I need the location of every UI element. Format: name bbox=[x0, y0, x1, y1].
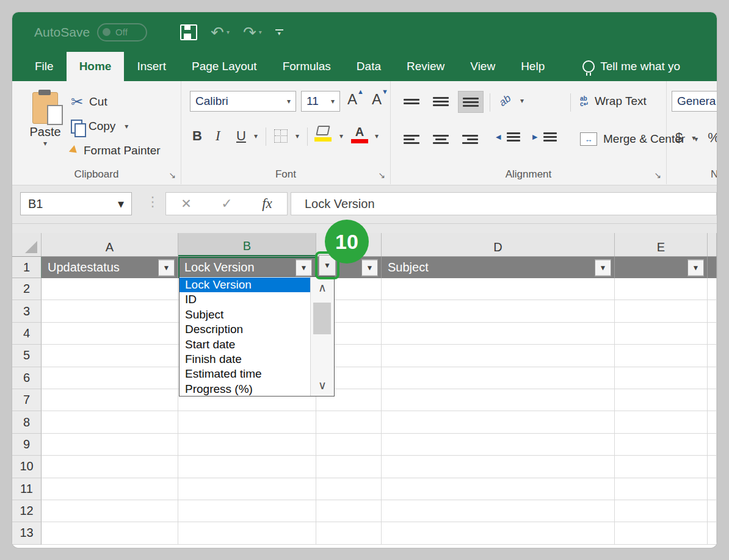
copy-dropdown-icon[interactable]: ▾ bbox=[125, 122, 128, 131]
tell-me-search[interactable]: Tell me what yo bbox=[570, 52, 693, 81]
cell[interactable] bbox=[42, 411, 178, 433]
filter-a1-icon[interactable]: ▼ bbox=[158, 259, 175, 276]
cell[interactable] bbox=[42, 323, 178, 345]
borders-dropdown-icon[interactable]: ▾ bbox=[296, 125, 299, 147]
currency-button[interactable]: $ ▾ % bbox=[675, 130, 717, 146]
top-align-button[interactable] bbox=[399, 91, 424, 112]
clipboard-dialog-launcher-icon[interactable]: ↘ bbox=[169, 170, 176, 180]
fill-color-button[interactable] bbox=[314, 123, 332, 145]
row-header-7[interactable]: 7 bbox=[12, 389, 42, 411]
cell[interactable] bbox=[615, 478, 708, 500]
cell[interactable] bbox=[316, 411, 382, 433]
scroll-thumb[interactable] bbox=[313, 303, 331, 334]
cell[interactable] bbox=[316, 522, 382, 544]
cell-b1-selected[interactable]: Lock Version ▼ bbox=[178, 257, 316, 278]
cell[interactable] bbox=[42, 500, 178, 522]
save-icon[interactable] bbox=[180, 24, 197, 40]
row-header-5[interactable]: 5 bbox=[12, 345, 42, 367]
row-header-12[interactable]: 12 bbox=[12, 500, 42, 522]
row-header-3[interactable]: 3 bbox=[12, 300, 42, 322]
redo-dropdown-icon[interactable]: ▾ bbox=[259, 29, 262, 35]
paste-dropdown-icon[interactable]: ▾ bbox=[23, 139, 67, 148]
cut-button[interactable]: ✂ Cut bbox=[71, 90, 161, 114]
row-header-1[interactable]: 1 bbox=[12, 257, 42, 278]
cell[interactable] bbox=[178, 411, 316, 433]
cell[interactable] bbox=[42, 478, 178, 500]
cell[interactable] bbox=[615, 278, 708, 300]
cell[interactable] bbox=[42, 389, 178, 411]
select-all-button[interactable] bbox=[12, 233, 42, 256]
dropdown-item-start-date[interactable]: Start date bbox=[180, 337, 310, 352]
align-left-button[interactable] bbox=[399, 129, 424, 149]
cell[interactable] bbox=[615, 300, 708, 322]
col-header-e[interactable]: E bbox=[615, 233, 708, 256]
cell[interactable] bbox=[382, 278, 615, 300]
orientation-button[interactable]: ab ▾ bbox=[499, 95, 524, 107]
font-dialog-launcher-icon[interactable]: ↘ bbox=[378, 170, 385, 180]
cancel-icon[interactable]: ✕ bbox=[181, 196, 192, 211]
orientation-dropdown-icon[interactable]: ▾ bbox=[520, 96, 524, 105]
autosave-toggle[interactable]: AutoSave Off bbox=[34, 23, 147, 41]
alignment-dialog-launcher-icon[interactable]: ↘ bbox=[654, 170, 661, 180]
cell[interactable] bbox=[382, 434, 615, 456]
row-header-8[interactable]: 8 bbox=[12, 411, 42, 433]
cell[interactable] bbox=[615, 522, 708, 544]
format-painter-button[interactable]: Format Painter bbox=[71, 138, 161, 163]
copy-button[interactable]: Copy ▾ bbox=[71, 114, 161, 138]
cell-d1[interactable]: Subject ▼ bbox=[382, 257, 615, 278]
tab-insert[interactable]: Insert bbox=[124, 52, 179, 81]
font-name-select[interactable]: Calibri ▾ bbox=[190, 91, 296, 112]
cell-a1[interactable]: Updatestatus ▼ bbox=[42, 257, 178, 278]
cell[interactable] bbox=[615, 345, 708, 367]
formula-bar-grip-icon[interactable]: ⋮ bbox=[146, 194, 161, 210]
row-header-2[interactable]: 2 bbox=[12, 278, 42, 300]
middle-align-button[interactable] bbox=[429, 91, 453, 112]
insert-function-icon[interactable]: fx bbox=[262, 196, 272, 212]
col-header-a[interactable]: A bbox=[42, 233, 178, 256]
cell[interactable] bbox=[615, 434, 708, 456]
cell[interactable] bbox=[42, 456, 178, 478]
customize-qat-icon[interactable]: ▾ bbox=[275, 29, 283, 35]
col-header-b[interactable]: B bbox=[178, 233, 316, 256]
filter-c1-icon[interactable]: ▼ bbox=[361, 259, 378, 276]
cell[interactable] bbox=[382, 456, 615, 478]
cell[interactable] bbox=[382, 389, 615, 411]
dropdown-scrollbar[interactable]: ∧ ∨ bbox=[310, 277, 334, 396]
row-header-6[interactable]: 6 bbox=[12, 367, 42, 389]
cell[interactable] bbox=[382, 522, 615, 544]
tab-help[interactable]: Help bbox=[508, 52, 557, 81]
italic-button[interactable]: I bbox=[216, 125, 220, 147]
enter-icon[interactable]: ✓ bbox=[221, 196, 232, 212]
filter-b1-icon[interactable]: ▼ bbox=[296, 259, 312, 276]
cell[interactable] bbox=[42, 434, 178, 456]
cell[interactable] bbox=[316, 478, 382, 500]
formula-input[interactable]: Lock Version bbox=[291, 192, 717, 215]
dropdown-item-id[interactable]: ID bbox=[180, 292, 310, 307]
name-box-dropdown-icon[interactable]: ▾ bbox=[118, 196, 124, 211]
font-color-dropdown-icon[interactable]: ▾ bbox=[375, 125, 379, 147]
cell[interactable] bbox=[382, 367, 615, 389]
dropdown-item-subject[interactable]: Subject bbox=[180, 307, 310, 322]
tab-review[interactable]: Review bbox=[394, 52, 457, 81]
cell[interactable] bbox=[615, 500, 708, 522]
cell[interactable] bbox=[178, 500, 316, 522]
shrink-font-button[interactable]: A▼ bbox=[372, 91, 388, 108]
cell[interactable] bbox=[615, 323, 708, 345]
filter-e1-icon[interactable]: ▼ bbox=[687, 259, 704, 276]
cell[interactable] bbox=[382, 500, 615, 522]
name-box[interactable]: B1 ▾ bbox=[20, 192, 132, 215]
wrap-text-button[interactable]: abc↵ Wrap Text bbox=[580, 95, 647, 108]
tab-page-layout[interactable]: Page Layout bbox=[179, 52, 270, 81]
cell[interactable] bbox=[316, 456, 382, 478]
align-center-button[interactable] bbox=[429, 129, 453, 149]
underline-dropdown-icon[interactable]: ▾ bbox=[254, 125, 258, 147]
cell[interactable] bbox=[615, 456, 708, 478]
cell[interactable] bbox=[382, 478, 615, 500]
cell[interactable] bbox=[42, 278, 178, 300]
redo-button[interactable]: ↷▾ bbox=[243, 24, 262, 40]
cell[interactable] bbox=[178, 434, 316, 456]
tab-data[interactable]: Data bbox=[344, 52, 394, 81]
cell[interactable] bbox=[615, 367, 708, 389]
increase-indent-button[interactable]: ▶ bbox=[532, 132, 557, 142]
scroll-up-icon[interactable]: ∧ bbox=[311, 281, 334, 295]
